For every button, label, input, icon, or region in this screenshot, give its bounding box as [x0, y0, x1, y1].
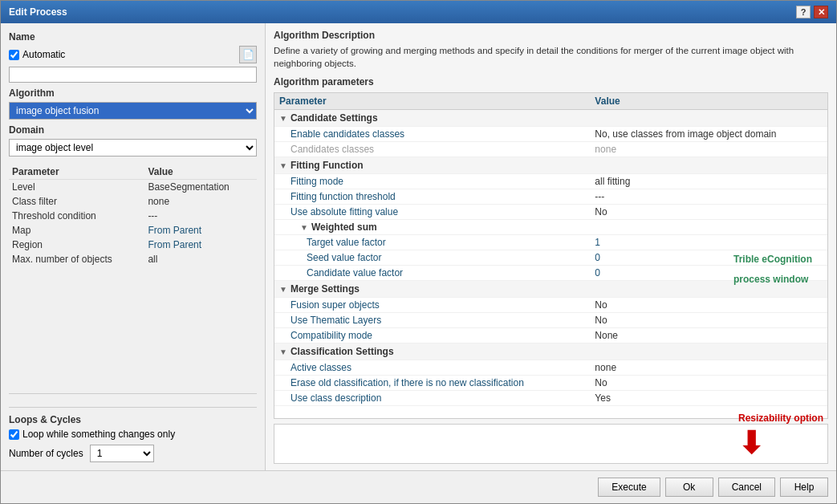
param-group-label: ▼Classification Settings: [274, 343, 827, 360]
domain-section: Domain image object level: [9, 124, 257, 156]
left-param-name: Level: [9, 180, 144, 195]
params-section: Parameter Value LevelBaseSegmentationCla…: [9, 161, 257, 266]
title-bar-buttons: ? ✕: [796, 6, 828, 18]
param-row: Target value factor1: [274, 235, 827, 250]
domain-label: Domain: [9, 124, 257, 136]
automatic-label: Automatic: [22, 49, 65, 60]
param-row-name: Target value factor: [274, 235, 590, 250]
param-row: Candidates classesnone: [274, 142, 827, 157]
left-bottom: Loops & Cycles Loop while something chan…: [9, 393, 257, 462]
left-param-value: BaseSegmentation: [144, 180, 257, 195]
left-param-value: all: [144, 252, 257, 266]
left-param-row: LevelBaseSegmentation: [9, 180, 257, 195]
edit-process-window: Edit Process ? ✕ Name Automatic 📄 do Alg…: [0, 0, 837, 504]
num-cycles-label: Number of cycles: [9, 448, 83, 459]
left-param-row: RegionFrom Parent: [9, 238, 257, 252]
param-group-label: ▼Fitting Function: [274, 157, 827, 174]
execute-button[interactable]: Execute: [598, 478, 660, 497]
param-row: Fitting modeall fitting: [274, 174, 827, 189]
left-params-body: LevelBaseSegmentationClass filternoneThr…: [9, 180, 257, 267]
param-row: Seed value factor0: [274, 250, 827, 266]
param-row-name: Use absolute fitting value: [274, 205, 590, 220]
name-label: Name: [9, 31, 257, 43]
param-row-name: Use class description: [274, 391, 590, 406]
param-row-name: Fusion super objects: [274, 298, 590, 313]
left-param-name: Max. number of objects: [9, 252, 144, 266]
algorithm-section: Algorithm image object fusion: [9, 87, 257, 120]
left-params-table: Parameter Value LevelBaseSegmentationCla…: [9, 165, 257, 266]
loops-section: Loops & Cycles Loop while something chan…: [9, 407, 257, 462]
left-param-value: From Parent: [144, 238, 257, 252]
param-row-value: 0: [590, 250, 827, 266]
num-cycles-row: Number of cycles 1: [9, 445, 257, 462]
help-title-btn[interactable]: ?: [796, 6, 811, 18]
col-param-header: Parameter: [274, 93, 590, 110]
close-title-btn[interactable]: ✕: [814, 6, 828, 18]
param-row-value: No, use classes from image object domain: [590, 127, 827, 142]
help-button[interactable]: Help: [780, 478, 828, 497]
left-param-value: From Parent: [144, 223, 257, 238]
left-param-value: ---: [144, 209, 257, 223]
param-row-name: Erase old classification, if there is no…: [274, 376, 590, 391]
param-group-row: ▼Candidate Settings: [274, 110, 827, 127]
param-row: Enable candidates classesNo, use classes…: [274, 127, 827, 142]
ok-button[interactable]: Ok: [665, 478, 713, 497]
alg-desc-title: Algorithm Description: [274, 30, 828, 41]
cancel-button[interactable]: Cancel: [718, 478, 775, 497]
col-value-header: Value: [590, 93, 827, 110]
left-param-name: Map: [9, 223, 144, 238]
param-row-name: Fitting mode: [274, 174, 590, 189]
param-row: Compatibility modeNone: [274, 328, 827, 343]
file-icon[interactable]: 📄: [239, 46, 257, 63]
alg-desc: Define a variety of growing and merging …: [274, 44, 828, 70]
param-row-value: none: [590, 360, 827, 376]
param-group-row: ▼Classification Settings: [274, 343, 827, 360]
left-param-name: Class filter: [9, 194, 144, 209]
left-param-value: none: [144, 194, 257, 209]
alg-params-title: Algorithm parameters: [274, 76, 828, 87]
param-row-value: No: [590, 313, 827, 328]
domain-select[interactable]: image object level: [9, 139, 257, 156]
params-tree-table: Parameter Value ▼Candidate SettingsEnabl…: [274, 93, 827, 406]
param-row-value: ---: [590, 189, 827, 205]
param-group-row: ▼Merge Settings: [274, 281, 827, 298]
param-row-value: Yes: [590, 391, 827, 406]
left-param-row: Threshold condition---: [9, 209, 257, 223]
left-panel: Name Automatic 📄 do Algorithm image obje…: [1, 23, 266, 470]
num-cycles-select[interactable]: 1: [90, 445, 154, 462]
right-panel: Algorithm Description Define a variety o…: [266, 23, 836, 470]
param-row-value: No: [590, 205, 827, 220]
param-row: Use absolute fitting valueNo: [274, 205, 827, 220]
name-section: Name Automatic 📄 do: [9, 31, 257, 83]
param-row-name: Seed value factor: [274, 250, 590, 266]
automatic-checkbox[interactable]: [9, 50, 19, 60]
param-row-value: No: [590, 376, 827, 391]
left-param-row: Class filternone: [9, 194, 257, 209]
algorithm-select[interactable]: image object fusion: [9, 102, 257, 120]
param-row-name: Active classes: [274, 360, 590, 376]
param-group-label: ▼Candidate Settings: [274, 110, 827, 127]
loop-checkbox-row: Loop while something changes only: [9, 429, 257, 440]
window-title: Edit Process: [9, 6, 67, 18]
left-col-param: Parameter: [9, 165, 144, 180]
param-group-label: ▼Merge Settings: [274, 281, 827, 298]
param-row: Candidate value factor0: [274, 266, 827, 281]
main-content: Name Automatic 📄 do Algorithm image obje…: [1, 23, 836, 470]
param-row: Use class descriptionYes: [274, 391, 827, 406]
title-bar: Edit Process ? ✕: [1, 1, 836, 23]
param-row-value: 0: [590, 266, 827, 281]
left-param-name: Region: [9, 238, 144, 252]
automatic-row: Automatic 📄: [9, 46, 257, 63]
param-row-name: Fitting function threshold: [274, 189, 590, 205]
param-row: Erase old classification, if there is no…: [274, 376, 827, 391]
footer-buttons: Execute Ok Cancel Help: [1, 470, 836, 503]
param-row-name: Candidate value factor: [274, 266, 590, 281]
left-param-row: Max. number of objectsall: [9, 252, 257, 266]
note-area: [274, 424, 828, 464]
param-subgroup-row: ▼Weighted sum: [274, 220, 827, 235]
param-subgroup-label: ▼Weighted sum: [274, 220, 827, 235]
name-input[interactable]: do: [9, 67, 257, 83]
loop-checkbox[interactable]: [9, 429, 19, 440]
left-param-row: MapFrom Parent: [9, 223, 257, 238]
param-row: Use Thematic LayersNo: [274, 313, 827, 328]
